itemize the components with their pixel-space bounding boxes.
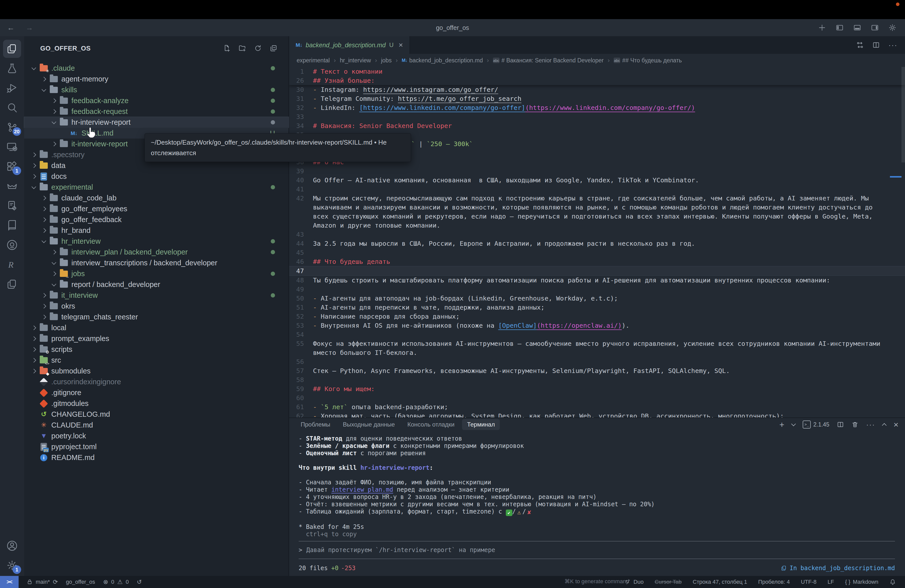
editor[interactable]: 30- Instagram: https://www.instagram.com… [289,67,905,418]
panel-tab-проблемы[interactable]: Проблемы [295,419,335,430]
breadcrumb-item[interactable]: M↓backend_job_description.md [402,57,483,64]
chevron-closed-icon[interactable] [49,142,58,146]
toggle-sidebar-left-icon[interactable] [836,24,844,32]
tree-item-src[interactable]: </>src [24,355,289,366]
close-panel-icon[interactable]: × [894,420,899,429]
breadcrumb-item[interactable]: hr_interview [340,57,371,64]
settings-gear-icon[interactable] [888,24,897,32]
terminal-version[interactable]: >_2.1.45 [803,421,829,429]
breadcrumb-item[interactable]: jobs [381,57,392,64]
tree-item-feedback-analyze[interactable]: feedback-analyze [24,95,289,106]
activity-r-lang-icon[interactable]: R [3,256,21,273]
context-file-link[interactable]: In backend_job_description.md [781,565,895,572]
chevron-open-icon[interactable] [49,121,58,124]
tree-item-submodules[interactable]: ◆submodules [24,366,289,377]
chevron-open-icon[interactable] [49,262,58,264]
terminal-output[interactable]: - STAR-метод для оценки поведенческих от… [289,431,905,585]
chevron-closed-icon[interactable] [29,175,38,178]
breadcrumb-item[interactable]: abc## Что будешь делать [614,57,682,64]
maximize-panel-icon[interactable] [882,423,886,427]
tree-item-skills[interactable]: skills [24,84,289,95]
activity-remote-icon[interactable] [3,138,21,156]
chevron-closed-icon[interactable] [39,305,48,308]
nav-back-icon[interactable]: ← [7,23,14,32]
chevron-closed-icon[interactable] [39,315,48,319]
chevron-closed-icon[interactable] [39,207,48,210]
chevron-open-icon[interactable] [39,240,48,242]
new-tab-icon[interactable] [818,24,826,32]
breadcrumb-item[interactable]: abc# Вакансия: Senior Backend Developer [493,57,604,64]
tree-item-hr-interview[interactable]: hr_interview [24,236,289,247]
tree-item-scripts[interactable]: ⚙scripts [24,344,289,355]
tree-item-telegram-chats-reester[interactable]: telegram_chats_reester [24,311,289,323]
terminal-prompt-row[interactable]: > Давай протестируем `/hr-interview-repo… [298,545,895,556]
chevron-closed-icon[interactable] [49,99,58,102]
panel-tab-консоль-отладки[interactable]: Консоль отладки [402,419,460,430]
chevron-open-icon[interactable] [29,186,38,188]
tree-item-readme.md[interactable]: iREADME.md [24,452,289,463]
tree-item-go-offer-employees[interactable]: go_offer_employees [24,203,289,214]
tree-item-interview-transcriptions-backend-developer[interactable]: interview_transcriptions / backend_devel… [24,257,289,269]
terminal-input[interactable]: Давай протестируем `/hr-interview-report… [306,547,495,553]
tree-item-claude-code-lab[interactable]: claude_code_lab [24,193,289,203]
tree-item-docs[interactable]: docs [24,171,289,182]
activity-explorer-icon[interactable] [3,40,21,58]
tree-item-local[interactable]: local [24,323,289,333]
tree-item-interview-plan-backend-developer[interactable]: interview_plan / backend_developer [24,247,289,257]
refresh-icon[interactable] [254,44,262,52]
tree-item-pyproject.toml[interactable]: pypyproject.toml [24,441,289,452]
tree-item-go-offer-feedback[interactable]: go_offer_feedback [24,214,289,225]
chevron-open-icon[interactable] [49,283,58,286]
timeline-status[interactable]: ↺ [137,578,142,585]
activity-files-alt-icon[interactable] [3,275,21,293]
tree-item-it-interview[interactable]: it_interview [24,290,289,301]
open-changes-icon[interactable] [856,41,864,49]
problems-status[interactable]: ⊗ 0 ⚠ 0 [103,578,129,585]
tree-item-claude.md[interactable]: ✳CLAUDE.md [24,420,289,431]
tree-item-hr-interview-report[interactable]: hr-interview-report [24,117,289,128]
more-actions-icon[interactable]: ··· [888,41,897,49]
chevron-closed-icon[interactable] [29,164,38,167]
activity-search-icon[interactable] [3,99,21,117]
tree-item-okrs[interactable]: okrs [24,301,289,311]
activity-book-icon[interactable] [3,216,21,234]
activity-source-control-icon[interactable]: 20 [3,118,21,136]
tree-item-prompt-examples[interactable]: prompt_examples [24,333,289,344]
chevron-closed-icon[interactable] [49,272,58,275]
chevron-closed-icon[interactable] [39,78,48,81]
tab-backend-job-description[interactable]: M↓ backend_job_description.md U × [289,36,410,54]
chevron-closed-icon[interactable] [49,251,58,254]
tree-item-.claude[interactable]: ✳.claude [24,63,289,74]
kill-terminal-icon[interactable] [851,421,859,428]
new-terminal-icon[interactable]: + [779,420,784,429]
tree-item-experimental[interactable]: experimental [24,182,289,193]
chevron-closed-icon[interactable] [29,153,38,156]
collapse-all-icon[interactable] [270,44,278,52]
tree-item-changelog.md[interactable]: ↺CHANGELOG.md [24,409,289,420]
tree-item-feedback-request[interactable]: feedback-request [24,106,289,117]
split-terminal-icon[interactable] [837,421,844,428]
toggle-panel-icon[interactable] [853,24,861,32]
tree-item-agent-memory[interactable]: agent-memory [24,74,289,84]
chevron-closed-icon[interactable] [29,359,38,362]
toggle-sidebar-right-icon[interactable] [871,24,879,32]
activity-fox-icon[interactable] [3,177,21,195]
split-editor-icon[interactable] [872,41,880,49]
chevron-closed-icon[interactable] [39,229,48,232]
repo-status[interactable]: go_offer_os [66,579,95,585]
activity-account-icon[interactable] [3,537,21,555]
chevron-closed-icon[interactable] [29,337,38,340]
activity-debug-icon[interactable] [3,79,21,97]
panel-tab-выходные-данные[interactable]: Выходные данные [338,419,400,430]
branch-status[interactable]: main* ⟳ [27,578,58,585]
chevron-closed-icon[interactable] [29,369,38,373]
tree-item-.cursorindexingignore[interactable]: .cursorindexingignore [24,377,289,387]
chevron-open-icon[interactable] [29,67,38,70]
tree-item-.gitmodules[interactable]: .gitmodules [24,398,289,409]
new-folder-icon[interactable] [238,44,246,52]
chevron-open-icon[interactable] [39,89,48,91]
nav-forward-icon[interactable]: → [25,23,33,32]
chevron-closed-icon[interactable] [39,218,48,221]
chevron-closed-icon[interactable] [29,326,38,329]
activity-beaker-icon[interactable] [3,59,21,78]
